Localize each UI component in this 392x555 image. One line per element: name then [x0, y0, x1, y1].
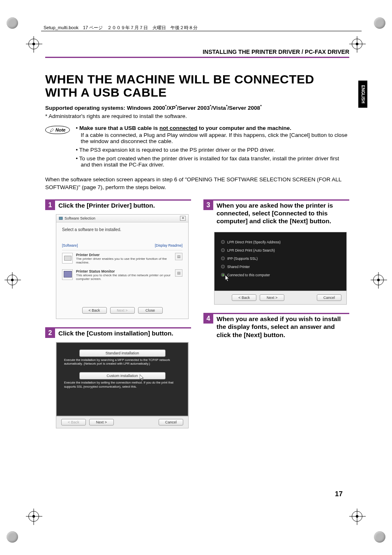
note-sub: If a cable is connected, a Plug and Play… — [76, 132, 349, 144]
app-icon — [59, 216, 63, 220]
software-link[interactable]: [Software] — [62, 243, 78, 247]
svg-rect-0 — [59, 217, 62, 220]
page-title: WHEN THE MACHINE WILL BE CONNECTED WITH … — [45, 73, 349, 99]
next-button[interactable]: Next > — [260, 294, 284, 301]
header-rule — [41, 31, 362, 31]
software-item-printer-driver[interactable]: Printer Driver The printer driver enable… — [62, 250, 182, 267]
back-button[interactable]: < Back — [61, 419, 86, 426]
step-title: Click the [Printer Driver] button. — [58, 201, 191, 209]
close-button[interactable]: ✕ — [180, 216, 186, 221]
supported-os: Supported operating systems: Windows 200… — [45, 104, 349, 111]
radio-lpr-specify[interactable]: LPR Direct Print (Specify Address) — [220, 238, 341, 246]
language-tab: ENGLISH — [358, 81, 367, 108]
cancel-button[interactable]: Cancel — [159, 419, 183, 426]
printer-icon — [62, 253, 73, 264]
section-header: INSTALLING THE PRINTER DRIVER / PC-FAX D… — [45, 49, 349, 57]
radio-selected-icon — [221, 273, 225, 277]
next-button[interactable]: Next > — [110, 307, 135, 314]
monitor-icon — [62, 269, 73, 280]
step-title: When you are asked if you wish to instal… — [217, 315, 349, 339]
note-item: To use the port created when the printer… — [76, 155, 349, 168]
intro-text: When the software selection screen appea… — [45, 176, 349, 191]
note-badge: Note — [45, 126, 70, 134]
note-item: Make sure that a USB cable is not connec… — [76, 125, 349, 131]
standard-install-button[interactable]: Standard installation — [79, 349, 166, 357]
dialog-titlebar: Software Selection ✕ — [56, 215, 188, 222]
step-4: 4 When you are asked if you wish to inst… — [203, 313, 349, 339]
registration-target — [352, 39, 362, 49]
step-title: When you are asked how the printer is co… — [217, 201, 349, 225]
installation-type-dialog: Standard installation Execute the instal… — [56, 342, 189, 429]
registration-target — [28, 39, 39, 49]
registration-target — [352, 511, 362, 522]
radio-connected-computer[interactable]: Connected to this computer — [220, 271, 341, 279]
registration-dot — [7, 531, 18, 543]
standard-install-desc: Execute the installation by searching a … — [57, 358, 188, 370]
custom-install-desc: Execute the installation by setting the … — [57, 381, 188, 393]
note-item: The PS3 expansion kit is required to use… — [76, 147, 349, 153]
step-title: Click the [Custom installation] button. — [58, 329, 191, 337]
step-1: 1 Click the [Printer Driver] button. Sof… — [45, 199, 191, 319]
step-number: 4 — [203, 314, 213, 324]
section-underline — [45, 57, 349, 58]
dialog-prompt: Select a software to be installed. — [62, 227, 182, 232]
step-3: 3 When you are asked how the printer is … — [203, 199, 349, 305]
readme-link[interactable]: [Display Readme] — [155, 243, 182, 247]
step-2: 2 Click the [Custom installation] button… — [45, 327, 191, 429]
item-desc: This allows you to check the status of t… — [76, 273, 172, 281]
step-number: 1 — [45, 200, 55, 210]
admin-note: * Administrator's rights are required to… — [45, 113, 349, 119]
software-item-status-monitor[interactable]: Printer Status Monitor This allows you t… — [62, 267, 182, 283]
radio-ipp[interactable]: IPP (Supports SSL) — [220, 254, 341, 263]
item-title: Printer Status Monitor — [76, 269, 172, 273]
next-button[interactable]: Next > — [89, 419, 114, 426]
back-button[interactable]: < Back — [82, 307, 107, 314]
radio-shared[interactable]: Shared Printer — [220, 263, 341, 271]
step-number: 3 — [203, 200, 213, 210]
item-title: Printer Driver — [76, 253, 172, 257]
registration-dot — [374, 17, 385, 29]
cancel-button[interactable]: Cancel — [317, 294, 341, 301]
registration-dot — [374, 531, 385, 543]
pencil-icon — [50, 128, 54, 132]
connection-method-dialog: LPR Direct Print (Specify Address) LPR D… — [214, 232, 347, 305]
back-button[interactable]: < Back — [232, 294, 256, 301]
item-desc: The printer driver enables you to use th… — [76, 257, 172, 264]
registration-target — [7, 275, 18, 285]
custom-install-button[interactable]: Custom installation — [79, 372, 166, 379]
radio-lpr-auto[interactable]: LPR Direct Print (Auto Search) — [220, 246, 341, 254]
registration-target — [373, 275, 384, 285]
step-number: 2 — [45, 328, 55, 338]
close-button[interactable]: Close — [138, 307, 163, 314]
header-marker: Setup_multi.book 17 ページ ２００９年７月７日 火曜日 午後… — [44, 25, 198, 31]
info-button[interactable]: ▤ — [175, 269, 182, 277]
registration-dot — [7, 17, 18, 29]
software-selection-dialog: Software Selection ✕ Select a software t… — [56, 214, 189, 319]
note-bullets: Make sure that a USB cable is not connec… — [76, 125, 349, 170]
info-button[interactable]: ▤ — [175, 253, 182, 260]
registration-target — [28, 511, 39, 522]
page-number: 17 — [335, 490, 343, 498]
